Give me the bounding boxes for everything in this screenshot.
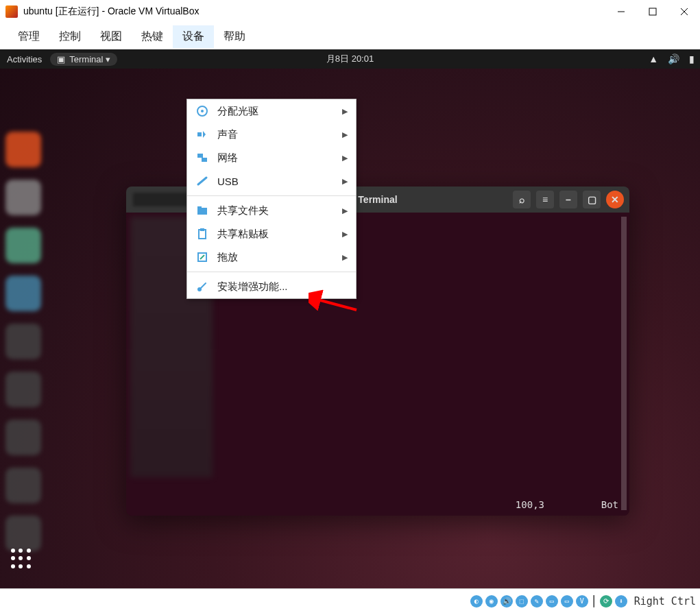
terminal-icon: ▣	[57, 54, 65, 64]
dock-icon[interactable]	[5, 276, 41, 311]
menu-control[interactable]: 控制	[49, 25, 90, 48]
close-button[interactable]	[668, 0, 700, 23]
folder-icon	[195, 204, 209, 217]
ubuntu-topbar: Activities ▣ Terminal ▾ 月8日 20:01 ▲ 🔊 ▮	[0, 49, 700, 69]
terminal-title-left-blur	[133, 193, 188, 206]
clock[interactable]: 月8日 20:01	[326, 53, 374, 65]
network-status-icon[interactable]: ⬚	[516, 595, 528, 608]
terminal-close-button[interactable]: ✕	[606, 191, 624, 208]
terminal-cursor-position: 100,3	[516, 499, 544, 510]
menu-item-label: USB	[217, 176, 334, 187]
recording-status-icon[interactable]: V	[576, 595, 588, 608]
menu-manage[interactable]: 管理	[8, 25, 49, 48]
network-icon	[195, 152, 209, 164]
menu-shared-folders[interactable]: 共享文件夹 ▶	[187, 199, 356, 222]
separator-icon: ⎮	[591, 595, 597, 608]
optical-icon[interactable]: ◉	[485, 595, 498, 608]
menu-view[interactable]: 视图	[90, 25, 132, 48]
window-controls	[605, 0, 700, 23]
dock-icon[interactable]	[5, 324, 41, 359]
menu-item-label: 拖放	[217, 251, 334, 264]
menu-usb[interactable]: USB ▶	[187, 169, 356, 193]
svg-rect-7	[197, 154, 203, 158]
menu-item-label: 共享粘贴板	[217, 228, 334, 241]
svg-rect-1	[649, 8, 656, 15]
submenu-arrow-icon: ▶	[342, 206, 348, 215]
menu-audio[interactable]: 声音 ▶	[187, 123, 356, 146]
dock-icon[interactable]	[5, 132, 41, 167]
terminal-menu-button[interactable]: ≡	[536, 191, 554, 208]
menu-shared-clipboard[interactable]: 共享粘贴板 ▶	[187, 222, 356, 245]
battery-icon: ▮	[689, 53, 695, 64]
minimize-button[interactable]	[605, 0, 637, 23]
dock-icon[interactable]	[5, 180, 41, 215]
shared-folder-status-icon[interactable]: ▭	[546, 595, 558, 608]
menu-optical-drive[interactable]: 分配光驱 ▶	[187, 99, 356, 123]
dock-icon[interactable]	[5, 516, 41, 551]
app-menu-terminal[interactable]: ▣ Terminal ▾	[50, 53, 117, 66]
terminal-scrollbar[interactable]	[621, 217, 627, 510]
volume-icon: 🔊	[668, 53, 679, 64]
hdd-icon[interactable]: ◐	[470, 595, 483, 608]
vm-display-area[interactable]: Activities ▣ Terminal ▾ 月8日 20:01 ▲ 🔊 ▮	[0, 49, 700, 588]
window-titlebar: ubuntu [正在运行] - Oracle VM VirtualBox	[0, 0, 700, 23]
drag-icon	[195, 251, 209, 263]
svg-rect-8	[202, 158, 207, 162]
display-status-icon[interactable]: ▭	[561, 595, 573, 608]
submenu-arrow-icon: ▶	[342, 253, 348, 262]
dock-icon[interactable]	[5, 228, 41, 263]
submenu-arrow-icon: ▶	[342, 154, 348, 163]
search-icon: ⌕	[519, 194, 524, 205]
host-key-label: Right Ctrl	[634, 595, 696, 608]
audio-icon	[195, 128, 209, 141]
devices-dropdown: 分配光驱 ▶ 声音 ▶ 网络 ▶ USB ▶ 共享文件夹 ▶ 共享粘贴板 ▶	[186, 99, 357, 299]
clipboard-icon	[195, 228, 209, 240]
maximize-button[interactable]	[637, 0, 668, 23]
close-icon: ✕	[611, 194, 619, 205]
disc-icon	[195, 105, 209, 117]
ubuntu-dock	[5, 132, 47, 551]
terminal-minimize-button[interactable]: –	[559, 191, 577, 208]
virtualbox-statusbar: ◐ ◉ 🔊 ⬚ ✎ ▭ ▭ V ⎮ ⟳ ⬇ Right Ctrl	[0, 588, 700, 613]
menu-hotkeys[interactable]: 热键	[132, 25, 173, 48]
submenu-arrow-icon: ▶	[342, 130, 348, 139]
submenu-arrow-icon: ▶	[342, 107, 348, 116]
menu-item-label: 共享文件夹	[217, 204, 334, 217]
svg-rect-10	[197, 206, 202, 208]
svg-rect-9	[197, 208, 207, 215]
dock-icon[interactable]	[5, 468, 41, 503]
terminal-scroll-position: Bot	[601, 499, 618, 510]
system-tray[interactable]: ▲ 🔊 ▮	[649, 53, 695, 64]
menu-item-label: 声音	[217, 128, 334, 141]
svg-rect-12	[200, 228, 204, 231]
vm-state-icon[interactable]: ⟳	[600, 595, 612, 608]
install-icon	[195, 280, 209, 293]
submenu-arrow-icon: ▶	[342, 177, 348, 186]
menu-item-label: 网络	[217, 152, 334, 165]
terminal-maximize-button[interactable]: ▢	[583, 191, 601, 208]
hostkey-icon[interactable]: ⬇	[615, 595, 627, 608]
window-title: ubuntu [正在运行] - Oracle VM VirtualBox	[23, 5, 200, 18]
menu-devices[interactable]: 设备	[173, 25, 214, 48]
menu-separator	[187, 195, 356, 196]
menu-item-label: 安装增强功能...	[217, 280, 348, 293]
audio-status-icon[interactable]: 🔊	[500, 595, 513, 608]
svg-rect-6	[197, 132, 202, 136]
show-applications-button[interactable]	[11, 549, 32, 569]
menu-help[interactable]: 帮助	[214, 25, 255, 48]
activities-button[interactable]: Activities	[7, 54, 42, 64]
usb-status-icon[interactable]: ✎	[531, 595, 543, 608]
menu-install-guest-additions[interactable]: 安装增强功能...	[187, 275, 356, 298]
app-menu-label: Terminal ▾	[69, 54, 110, 64]
host-menubar: 管理 控制 视图 热键 设备 帮助	[0, 23, 700, 49]
usb-icon	[195, 175, 209, 187]
dock-icon[interactable]	[5, 372, 41, 407]
dock-icon[interactable]	[5, 420, 41, 455]
menu-drag-drop[interactable]: 拖放 ▶	[187, 245, 356, 269]
submenu-arrow-icon: ▶	[342, 230, 348, 239]
svg-point-5	[201, 110, 204, 112]
terminal-title: Terminal	[358, 194, 397, 205]
network-icon: ▲	[649, 53, 658, 64]
menu-network[interactable]: 网络 ▶	[187, 146, 356, 169]
terminal-search-button[interactable]: ⌕	[513, 191, 531, 208]
